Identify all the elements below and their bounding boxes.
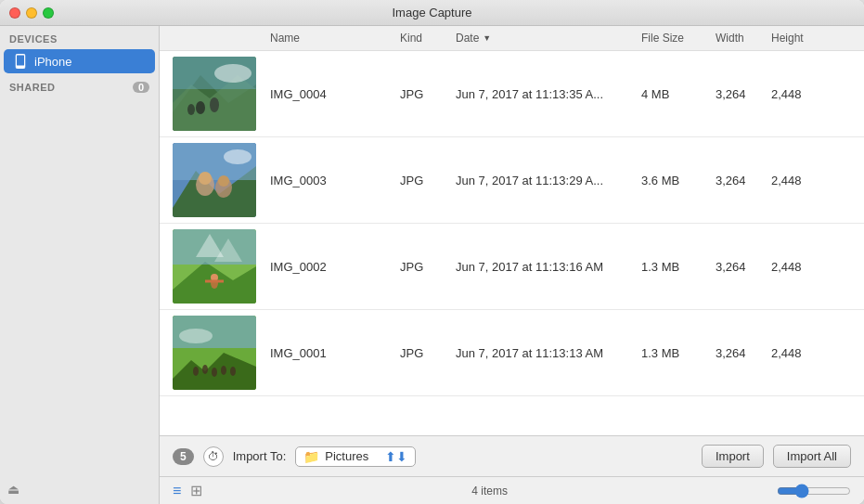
maximize-button[interactable] <box>43 7 54 19</box>
filename-cell: IMG_0004 <box>270 87 400 101</box>
table-row[interactable]: IMG_0002 JPG Jun 7, 2017 at 11:13:16 AM … <box>160 224 864 310</box>
sidebar-footer: ⏏ <box>0 474 159 504</box>
thumbnail-cell <box>173 316 270 390</box>
svg-point-10 <box>187 104 195 115</box>
col-name-header: Name <box>270 32 400 45</box>
footer-bar: ≡ ⊞ 4 items <box>160 476 864 504</box>
photo-thumbnail-1 <box>173 57 256 131</box>
height-cell: 2,448 <box>771 260 827 274</box>
svg-point-32 <box>202 365 208 374</box>
import-folder-name: Pictures <box>325 449 380 463</box>
item-count-label: 4 items <box>471 485 508 498</box>
bottom-bar: 5 ⏱ Import To: 📁 Pictures ⬆⬇ Import Impo… <box>160 435 864 476</box>
svg-point-18 <box>218 175 229 187</box>
import-to-label: Import To: <box>233 449 287 463</box>
close-button[interactable] <box>9 7 20 19</box>
grid-view-icon[interactable]: ⊞ <box>190 482 202 499</box>
height-cell: 2,448 <box>771 174 827 187</box>
svg-rect-1 <box>17 56 24 66</box>
table-body: IMG_0004 JPG Jun 7, 2017 at 11:13:35 A..… <box>160 51 864 435</box>
import-all-button[interactable]: Import All <box>773 445 851 468</box>
filesize-cell: 1.3 MB <box>641 260 716 274</box>
import-count-badge: 5 <box>173 448 194 465</box>
filename-cell: IMG_0003 <box>270 174 400 187</box>
sidebar-item-iphone[interactable]: iPhone <box>4 49 155 73</box>
table-row[interactable]: IMG_0004 JPG Jun 7, 2017 at 11:13:35 A..… <box>160 51 864 137</box>
height-cell: 2,448 <box>771 346 827 360</box>
col-kind-header: Kind <box>400 32 456 45</box>
svg-point-31 <box>193 367 199 376</box>
width-cell: 3,264 <box>716 87 771 101</box>
sidebar: DEVICES iPhone SHARED 0 ⏏ <box>0 26 160 504</box>
window-title: Image Capture <box>393 6 472 19</box>
list-view-icon[interactable]: ≡ <box>173 483 181 499</box>
svg-point-2 <box>19 66 21 68</box>
history-button[interactable]: ⏱ <box>203 446 224 467</box>
svg-point-7 <box>214 64 251 83</box>
thumbnail-cell <box>173 229 270 304</box>
filesize-cell: 1.3 MB <box>641 346 716 360</box>
col-filesize-header: File Size <box>641 32 716 45</box>
window-controls <box>9 7 54 19</box>
svg-point-17 <box>199 172 212 185</box>
title-bar: Image Capture <box>0 0 864 26</box>
zoom-slider-area <box>777 484 851 498</box>
filesize-cell: 4 MB <box>641 87 716 101</box>
table-header: Name Kind Date ▼ File Size Width Height <box>160 26 864 51</box>
kind-cell: JPG <box>400 87 456 101</box>
minimize-button[interactable] <box>26 7 37 19</box>
date-cell: Jun 7, 2017 at 11:13:13 AM <box>456 346 641 360</box>
iphone-label: iPhone <box>34 55 71 69</box>
import-button[interactable]: Import <box>702 445 764 468</box>
shared-section-header: SHARED <box>9 82 55 93</box>
kind-cell: JPG <box>400 260 456 274</box>
filename-cell: IMG_0002 <box>270 260 400 274</box>
import-to-dropdown[interactable]: 📁 Pictures ⬆⬇ <box>295 446 416 467</box>
table-row[interactable]: IMG_0001 JPG Jun 7, 2017 at 11:13:13 AM … <box>160 310 864 396</box>
filename-cell: IMG_0001 <box>270 346 400 360</box>
svg-point-33 <box>212 368 217 377</box>
col-width-header: Width <box>716 32 771 45</box>
photo-thumbnail-4 <box>173 316 256 390</box>
width-cell: 3,264 <box>716 346 771 360</box>
date-cell: Jun 7, 2017 at 11:13:35 A... <box>456 87 641 101</box>
kind-cell: JPG <box>400 174 456 187</box>
shared-section: SHARED 0 <box>0 74 159 97</box>
width-cell: 3,264 <box>716 174 771 187</box>
svg-point-34 <box>221 366 226 375</box>
filesize-cell: 3.6 MB <box>641 174 716 187</box>
svg-point-8 <box>196 101 205 114</box>
svg-point-9 <box>210 97 219 112</box>
date-cell: Jun 7, 2017 at 11:13:16 AM <box>456 260 641 274</box>
dropdown-arrow-icon: ⬆⬇ <box>385 449 407 464</box>
col-height-header: Height <box>771 32 827 45</box>
main-window: Image Capture DEVICES iPhone SHARED 0 <box>0 0 864 504</box>
kind-cell: JPG <box>400 346 456 360</box>
sort-arrow-icon: ▼ <box>483 33 491 43</box>
table-row[interactable]: IMG_0003 JPG Jun 7, 2017 at 11:13:29 A..… <box>160 137 864 224</box>
date-cell: Jun 7, 2017 at 11:13:29 A... <box>456 174 641 187</box>
main-area: DEVICES iPhone SHARED 0 ⏏ <box>0 26 864 504</box>
shared-badge: 0 <box>133 82 149 93</box>
height-cell: 2,448 <box>771 87 827 101</box>
svg-point-14 <box>224 149 251 164</box>
zoom-slider[interactable] <box>777 484 851 498</box>
folder-icon: 📁 <box>303 449 319 464</box>
thumbnail-cell <box>173 143 270 217</box>
col-date-header[interactable]: Date ▼ <box>456 32 641 45</box>
phone-icon <box>13 54 28 69</box>
svg-point-35 <box>230 367 236 376</box>
photo-thumbnail-3 <box>173 229 256 304</box>
eject-icon[interactable]: ⏏ <box>7 482 19 497</box>
thumbnail-cell <box>173 57 270 131</box>
svg-point-30 <box>179 329 213 343</box>
content-area: Name Kind Date ▼ File Size Width Height <box>160 26 864 504</box>
width-cell: 3,264 <box>716 260 771 274</box>
devices-section-header: DEVICES <box>0 26 159 48</box>
photo-thumbnail-2 <box>173 143 256 217</box>
